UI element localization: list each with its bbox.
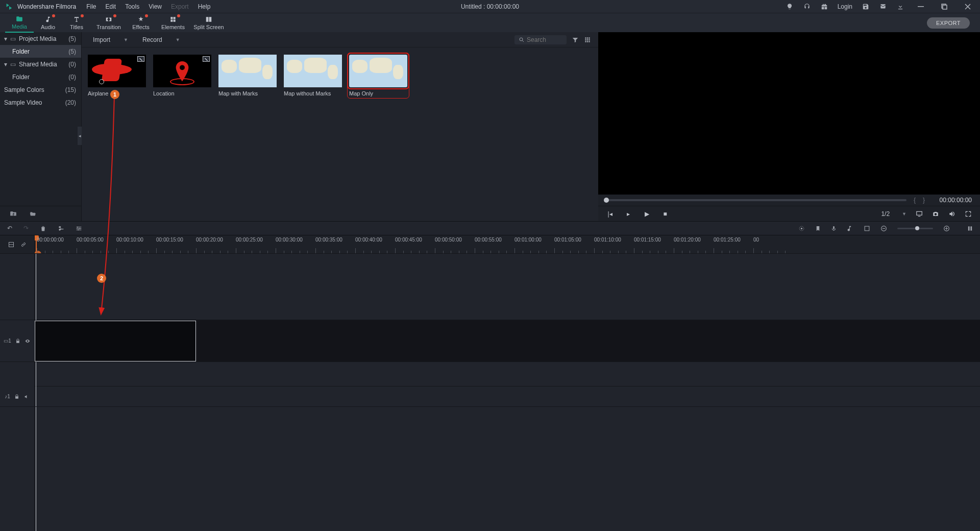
audio-mixer-icon[interactable] — [847, 225, 853, 232]
mark-in-icon[interactable]: { — [914, 197, 916, 204]
maximize-button[interactable] — [937, 0, 951, 13]
timeline-tracks: ▭1 ♪1 — [0, 254, 980, 531]
monitor-icon[interactable] — [916, 210, 923, 218]
track-body[interactable] — [35, 254, 980, 531]
timeline-toolbar: ↶ ↷ — [0, 221, 980, 235]
menu-help[interactable]: Help — [198, 3, 211, 10]
menu-file[interactable]: File — [86, 3, 96, 10]
zoom-slider[interactable] — [897, 228, 933, 229]
clip-map-marks[interactable]: Map with Marks — [218, 55, 277, 96]
ruler-tick-label: 00:00:15:00 — [156, 237, 183, 243]
tab-elements[interactable]: Elements — [155, 13, 191, 33]
ruler-tick-label: 00:01:15:00 — [634, 237, 661, 243]
gift-icon[interactable] — [820, 3, 828, 11]
mute-icon[interactable] — [23, 394, 30, 399]
snapshot-icon[interactable] — [932, 210, 939, 218]
zoom-out-icon[interactable] — [880, 225, 887, 232]
audio-track-lane[interactable] — [35, 387, 980, 407]
search-input[interactable] — [527, 36, 562, 43]
lib-shared-folder[interactable]: Folder (0) — [0, 70, 81, 83]
edit-properties-button[interactable] — [76, 225, 82, 232]
preview-slider[interactable] — [606, 199, 906, 201]
eye-icon[interactable] — [24, 339, 31, 344]
svg-rect-0 — [918, 6, 924, 7]
folder-icon: ▭ — [10, 35, 16, 42]
track-manage-icon[interactable] — [8, 242, 14, 248]
grid-view-icon[interactable] — [584, 36, 591, 43]
tab-media[interactable]: Media — [5, 13, 34, 33]
tab-titles[interactable]: Titles — [62, 13, 91, 33]
clip-map-only[interactable]: Map Only — [349, 55, 407, 96]
split-button[interactable] — [58, 225, 64, 232]
tab-transition[interactable]: Transition — [91, 13, 127, 33]
fullscreen-icon[interactable] — [965, 210, 972, 218]
main-split: ▾ ▭ Project Media (5) Folder (5) ▾ ▭ Sha… — [0, 32, 980, 221]
lib-sample-video[interactable]: Sample Video (20) — [0, 96, 81, 109]
marker-icon[interactable] — [815, 225, 821, 232]
undo-button[interactable]: ↶ — [7, 225, 12, 232]
prev-frame-button[interactable]: |◂ — [606, 210, 614, 218]
tips-icon[interactable] — [786, 3, 794, 11]
elements-icon — [169, 16, 177, 23]
zoom-in-icon[interactable] — [943, 225, 950, 232]
media-toolbar: Import▼ Record▼ — [82, 32, 598, 47]
crop-icon[interactable] — [864, 225, 870, 232]
clip-map-nomarks[interactable]: Map without Marks — [284, 55, 342, 96]
folder-icon — [15, 15, 23, 22]
delete-button[interactable] — [40, 225, 46, 232]
lock-icon[interactable] — [15, 339, 20, 344]
video-track-head[interactable]: ▭1 — [0, 320, 34, 362]
support-icon[interactable] — [803, 3, 811, 11]
tab-effects[interactable]: Effects — [127, 13, 155, 33]
play-backward-button[interactable]: ▸ — [625, 210, 632, 218]
preview-viewer[interactable] — [598, 32, 980, 195]
zoom-slider-thumb[interactable] — [915, 226, 919, 230]
stop-button[interactable]: ■ — [662, 210, 669, 218]
open-folder-icon[interactable] — [29, 210, 37, 218]
lib-sample-colors[interactable]: Sample Colors (15) — [0, 83, 81, 96]
video-track-lane[interactable] — [35, 320, 980, 362]
tab-audio[interactable]: Audio — [34, 13, 62, 33]
preview-slider-thumb[interactable] — [604, 198, 609, 203]
lock-icon[interactable] — [14, 394, 19, 399]
link-icon[interactable] — [20, 242, 27, 248]
filter-icon[interactable] — [572, 36, 579, 43]
export-button[interactable]: EXPORT — [927, 17, 970, 29]
import-dropdown[interactable]: Import▼ — [89, 35, 132, 45]
lib-shared-media[interactable]: ▾ ▭ Shared Media (0) — [0, 58, 81, 70]
collapse-handle[interactable]: ◂ — [78, 127, 82, 145]
audio-track-head[interactable]: ♪1 — [0, 387, 34, 407]
login-link[interactable]: Login — [838, 3, 852, 10]
save-icon[interactable] — [862, 3, 870, 11]
mark-out-icon[interactable]: } — [923, 197, 925, 204]
audio-track-icon: ♪1 — [5, 394, 10, 399]
timeline-ruler[interactable]: 00:00:00:0000:00:05:0000:00:10:0000:00:1… — [35, 235, 980, 253]
new-folder-icon[interactable] — [9, 210, 17, 218]
lib-project-folder[interactable]: Folder (5) — [0, 45, 81, 58]
voiceover-icon[interactable] — [831, 225, 837, 232]
play-button[interactable]: ▶ — [643, 210, 650, 218]
menu-edit[interactable]: Edit — [106, 3, 116, 10]
lib-project-media[interactable]: ▾ ▭ Project Media (5) — [0, 32, 81, 45]
caret-down-icon: ▾ — [4, 61, 9, 68]
render-icon[interactable] — [798, 225, 805, 232]
close-button[interactable] — [961, 0, 975, 13]
zoom-fit-icon[interactable] — [967, 225, 973, 232]
menu-tools[interactable]: Tools — [125, 3, 139, 10]
download-icon[interactable] — [896, 3, 904, 11]
library-footer — [0, 206, 81, 221]
mail-icon[interactable] — [879, 3, 887, 11]
chevron-down-icon: ▼ — [902, 211, 906, 216]
drop-target[interactable] — [35, 321, 196, 361]
volume-icon[interactable] — [948, 210, 955, 218]
record-dropdown[interactable]: Record▼ — [138, 35, 184, 45]
tab-splitscreen[interactable]: Split Screen — [191, 13, 227, 33]
ruler-tick-label: 00:00:50:00 — [435, 237, 462, 243]
preview-scale-dropdown[interactable]: 1/2▼ — [881, 210, 906, 218]
library-panel: ▾ ▭ Project Media (5) Folder (5) ▾ ▭ Sha… — [0, 32, 82, 221]
menu-view[interactable]: View — [149, 3, 162, 10]
search-box[interactable] — [514, 35, 567, 44]
clip-location[interactable]: Location — [153, 55, 211, 96]
window-title: Untitled : 00:00:00:00 — [461, 3, 519, 10]
minimize-button[interactable] — [914, 0, 928, 13]
